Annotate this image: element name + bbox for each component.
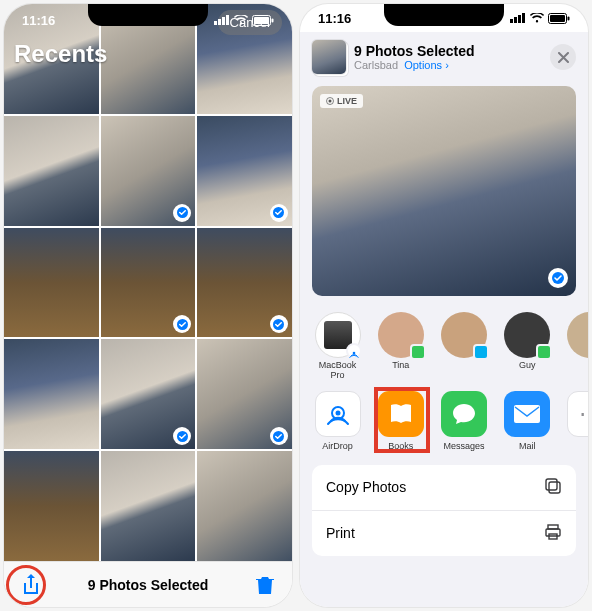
photo-thumbnail[interactable] — [4, 339, 99, 449]
share-contact[interactable] — [438, 312, 489, 381]
wifi-icon — [530, 13, 544, 23]
action-label: Copy Photos — [326, 479, 406, 495]
books-app-icon — [378, 391, 424, 437]
selection-count-label: 9 Photos Selected — [44, 577, 252, 593]
trash-button[interactable] — [252, 572, 278, 598]
photo-thumbnail[interactable] — [197, 228, 292, 338]
svg-rect-26 — [514, 405, 540, 423]
notch — [384, 4, 504, 26]
contact-label: Guy — [519, 361, 536, 371]
signal-icon — [510, 13, 526, 23]
share-contact[interactable]: MacBook Pro — [312, 312, 363, 381]
messages-badge-icon — [536, 344, 552, 360]
share-action-print[interactable]: Print — [312, 511, 576, 556]
header-title: 9 Photos Selected — [354, 43, 542, 59]
trash-icon — [256, 575, 274, 595]
photo-grid[interactable] — [4, 4, 292, 561]
battery-icon — [548, 13, 570, 24]
status-time: 11:16 — [22, 13, 55, 28]
selection-check-icon — [270, 204, 288, 222]
avatar — [567, 312, 588, 358]
share-apps-row[interactable]: AirDropBooksMessagesMail⋯ — [300, 385, 588, 455]
photo-thumbnail[interactable] — [197, 339, 292, 449]
svg-rect-1 — [218, 19, 221, 25]
share-app-airdrop[interactable]: AirDrop — [312, 391, 363, 451]
photo-thumbnail[interactable] — [101, 339, 196, 449]
svg-rect-14 — [514, 17, 517, 23]
share-actions-list: Copy PhotosPrint — [312, 465, 576, 556]
airdrop-badge-icon — [346, 343, 362, 359]
wifi-icon — [234, 15, 248, 25]
share-app-messages[interactable]: Messages — [438, 391, 489, 451]
avatar — [441, 312, 487, 358]
svg-rect-18 — [550, 15, 565, 22]
svg-point-20 — [329, 100, 332, 103]
status-icons — [510, 13, 570, 24]
avatar — [378, 312, 424, 358]
photo-thumbnail[interactable] — [4, 228, 99, 338]
close-icon — [558, 52, 569, 63]
photo-preview[interactable]: LIVE — [312, 86, 576, 296]
share-sheet: 9 Photos Selected Carlsbad Options › LIV… — [300, 32, 588, 607]
status-icons — [214, 15, 274, 26]
share-icon — [21, 573, 41, 597]
svg-rect-5 — [254, 17, 269, 24]
svg-rect-0 — [214, 21, 217, 25]
svg-rect-16 — [522, 13, 525, 23]
close-button[interactable] — [550, 44, 576, 70]
options-link[interactable]: Options › — [404, 59, 449, 71]
share-contact[interactable] — [565, 312, 588, 381]
phone-left: 11:16 Cancel Recents 9 Photos Selected — [4, 4, 292, 607]
airdrop-contacts-row[interactable]: MacBook ProTinaGuy — [300, 306, 588, 385]
share-action-copy[interactable]: Copy Photos — [312, 465, 576, 511]
svg-rect-28 — [546, 479, 557, 490]
photo-thumbnail[interactable] — [197, 116, 292, 226]
messages-app-icon — [441, 391, 487, 437]
header-location: Carlsbad — [354, 59, 398, 71]
photo-thumbnail[interactable] — [101, 451, 196, 561]
photo-thumbnail[interactable] — [4, 116, 99, 226]
svg-rect-27 — [549, 482, 560, 493]
share-app-mail[interactable]: Mail — [502, 391, 553, 451]
print-icon — [544, 523, 562, 544]
share-app-books[interactable]: Books — [375, 391, 426, 451]
svg-rect-2 — [222, 17, 225, 25]
signal-icon — [214, 15, 230, 25]
album-title: Recents — [14, 40, 282, 68]
svg-rect-30 — [546, 529, 560, 536]
avatar — [315, 312, 361, 358]
contact-label: Tina — [392, 361, 409, 371]
live-badge: LIVE — [320, 94, 363, 108]
messages-badge-icon — [410, 344, 426, 360]
share-contact[interactable]: Guy — [502, 312, 553, 381]
copy-icon — [544, 477, 562, 498]
app-label: AirDrop — [322, 441, 353, 451]
app-label: Books — [388, 441, 413, 451]
photo-thumbnail[interactable] — [101, 228, 196, 338]
app-label: Mail — [519, 441, 536, 451]
svg-rect-6 — [272, 18, 274, 22]
svg-point-23 — [352, 352, 355, 355]
svg-rect-13 — [510, 19, 513, 23]
svg-rect-3 — [226, 15, 229, 25]
mail-app-icon — [504, 391, 550, 437]
notch — [88, 4, 208, 26]
photo-thumbnail[interactable] — [197, 451, 292, 561]
share-contact[interactable]: Tina — [375, 312, 426, 381]
avatar — [504, 312, 550, 358]
status-time: 11:16 — [318, 11, 351, 26]
share-button[interactable] — [18, 572, 44, 598]
photo-thumbnail[interactable] — [101, 116, 196, 226]
app-label: Messages — [443, 441, 484, 451]
header-subtitle[interactable]: Carlsbad Options › — [354, 59, 542, 71]
airdrop-app-icon — [315, 391, 361, 437]
contact-label: MacBook Pro — [312, 361, 363, 381]
action-label: Print — [326, 525, 355, 541]
skype-badge-icon — [473, 344, 489, 360]
selection-check-icon — [173, 204, 191, 222]
more-apps[interactable]: ⋯ — [565, 391, 588, 451]
live-icon — [326, 97, 334, 105]
bottom-toolbar: 9 Photos Selected — [4, 561, 292, 607]
battery-icon — [252, 15, 274, 26]
photo-thumbnail[interactable] — [4, 451, 99, 561]
